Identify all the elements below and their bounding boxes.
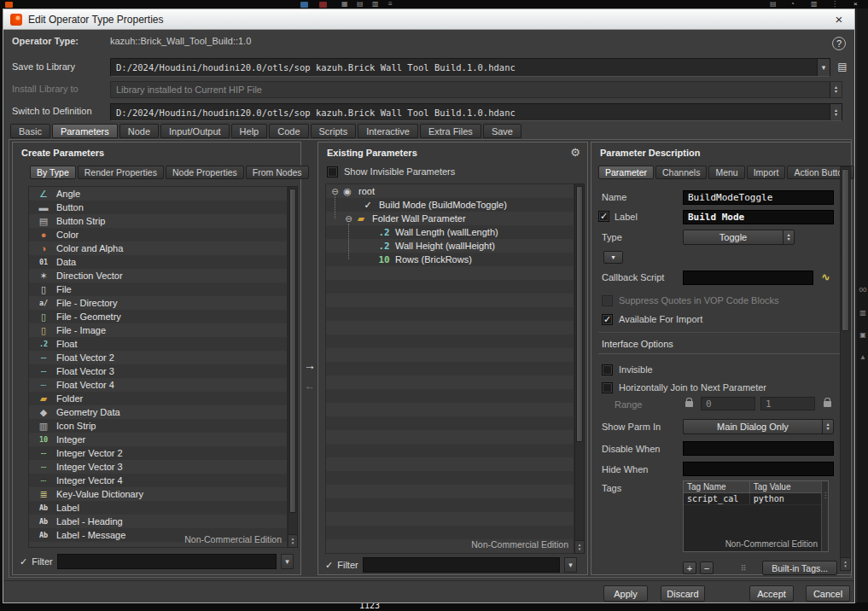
library-file-icon[interactable]: ▤ bbox=[836, 61, 849, 74]
parameter-type-item[interactable]: ◑ Color and Alpha bbox=[29, 241, 287, 255]
parameter-type-item[interactable]: ┄ Integer Vector 3 bbox=[29, 460, 287, 474]
tree-item[interactable]: ✓ Build Mode (BuildModeToggle) bbox=[326, 198, 574, 212]
parameter-type-item[interactable]: a/ File - Directory bbox=[29, 296, 287, 310]
scrollbar-arrows[interactable]: ▴▾ bbox=[575, 540, 584, 553]
tree-item[interactable]: ⊖ ◉ root bbox=[326, 184, 574, 198]
cancel-button[interactable]: Cancel bbox=[806, 585, 850, 602]
expander-icon[interactable]: ⊖ bbox=[329, 187, 341, 196]
tree-item[interactable]: .2 Wall Length (wallLength) bbox=[326, 225, 574, 239]
dialog-tab[interactable]: Input/Output bbox=[160, 124, 230, 138]
parameter-type-item[interactable]: ▰ Folder bbox=[29, 392, 287, 405]
parameter-description-subtab[interactable]: Import bbox=[747, 166, 786, 179]
dialog-tab[interactable]: Scripts bbox=[311, 124, 357, 138]
builtin-tags-button[interactable]: Built-in Tags... bbox=[762, 561, 837, 575]
parameter-type-item[interactable]: ┈ Integer Vector 4 bbox=[29, 474, 287, 487]
switch-to-definition-combo[interactable]: D:/2024/Houdini/houdini20.0/otls/sop_kaz… bbox=[110, 103, 842, 121]
dialog-tab[interactable]: Interactive bbox=[358, 124, 418, 138]
dialog-tab[interactable]: Node bbox=[119, 124, 159, 138]
close-button[interactable]: × bbox=[830, 12, 848, 26]
help-button[interactable]: ? bbox=[832, 37, 846, 50]
parameter-type-item[interactable]: ┄ Float Vector 3 bbox=[29, 364, 287, 378]
parameter-type-item[interactable]: ● Color bbox=[29, 228, 287, 241]
tags-scrollbar[interactable]: ⋮ bbox=[821, 481, 828, 551]
tree-item[interactable]: ⊖ ▰ Folder Wall Parameter bbox=[326, 212, 574, 225]
callback-script-field[interactable] bbox=[683, 271, 813, 285]
parameter-type-item[interactable]: ≣ Key-Value Dictionary bbox=[29, 487, 287, 501]
create-parameters-subtab[interactable]: Render Properties bbox=[78, 166, 164, 179]
parameter-type-item[interactable]: Ab Label - Heading bbox=[29, 515, 287, 528]
parameter-description-subtab[interactable]: Parameter bbox=[598, 166, 654, 179]
create-parameters-subtab[interactable]: By Type bbox=[30, 166, 76, 179]
available-for-import-checkbox[interactable]: ✓ bbox=[602, 314, 613, 325]
chevron-down-icon[interactable]: ▾ bbox=[817, 59, 830, 76]
filter-input[interactable] bbox=[57, 554, 277, 569]
dialog-tab[interactable]: Help bbox=[231, 124, 268, 138]
parameter-type-item[interactable]: 01 Data bbox=[29, 255, 287, 269]
dialog-tab[interactable]: Code bbox=[269, 124, 308, 138]
parameter-type-item[interactable]: ▯ File - Image bbox=[29, 323, 287, 337]
parameter-type-item[interactable]: ✶ Direction Vector bbox=[29, 269, 287, 282]
tree-item[interactable]: .2 Wall Height (wallHeight) bbox=[326, 239, 574, 253]
label-enable-checkbox[interactable]: ✓ bbox=[598, 211, 609, 222]
apply-button[interactable]: Apply bbox=[603, 585, 648, 602]
script-language-icon[interactable]: ∿ bbox=[821, 271, 830, 283]
scrollbar-arrows[interactable]: ▴▾ bbox=[841, 557, 850, 570]
dialog-tab[interactable]: Save bbox=[483, 124, 521, 138]
parameter-type-item[interactable]: ┈ Float Vector 4 bbox=[29, 378, 287, 392]
parameter-type-item[interactable]: ▤ Button Strip bbox=[29, 214, 287, 228]
move-to-create-arrow-button[interactable]: ← bbox=[303, 380, 317, 392]
save-to-library-combo[interactable]: D:/2024/Houdini/houdini20.0/otls/sop_kaz… bbox=[110, 58, 830, 77]
parameter-type-item[interactable]: ▥ Icon Strip bbox=[29, 419, 287, 433]
scrollbar-thumb[interactable] bbox=[842, 169, 849, 331]
parameter-type-item[interactable]: ╌ Integer Vector 2 bbox=[29, 446, 287, 460]
table-resize-grip-icon[interactable]: ⠿ bbox=[741, 564, 747, 573]
dialog-tab[interactable]: Extra Files bbox=[420, 124, 481, 138]
parameter-type-item[interactable]: ◆ Geometry Data bbox=[29, 405, 287, 419]
parameter-type-item[interactable]: ▯ File bbox=[29, 282, 287, 296]
create-parameters-subtab[interactable]: Node Properties bbox=[166, 166, 244, 179]
invisible-checkbox[interactable]: ✓ bbox=[602, 364, 613, 375]
horizontal-join-checkbox[interactable]: ✓ bbox=[602, 382, 613, 393]
disable-when-field[interactable] bbox=[683, 441, 834, 456]
parameter-type-item[interactable]: Ab Label bbox=[29, 501, 287, 515]
scrollbar-thumb[interactable] bbox=[289, 189, 296, 513]
dialog-tab[interactable]: Basic bbox=[10, 124, 50, 138]
accept-button[interactable]: Accept bbox=[749, 585, 794, 602]
create-parameters-subtab[interactable]: From Nodes bbox=[246, 166, 309, 179]
dialog-tab[interactable]: Parameters bbox=[52, 124, 118, 138]
label-field[interactable]: Build Mode bbox=[683, 210, 834, 224]
show-parm-in-dropdown[interactable]: Main Dialog Only ▴▾ bbox=[683, 419, 834, 434]
panel-scrollbar[interactable]: ▴▾ bbox=[840, 166, 851, 571]
add-tag-button[interactable]: + bbox=[683, 562, 696, 574]
parameter-type-item[interactable]: ▯ File - Geometry bbox=[29, 310, 287, 323]
parameter-type-item[interactable]: .2 Float bbox=[29, 337, 287, 351]
spinner-icon[interactable]: ▴▾ bbox=[783, 230, 794, 244]
filter-dropdown[interactable]: ▾ bbox=[564, 557, 577, 573]
parameter-description-subtab[interactable]: Channels bbox=[655, 166, 707, 179]
scrollbar[interactable]: ▴▾ bbox=[574, 183, 585, 554]
parameter-type-item[interactable]: 10 Integer bbox=[29, 433, 287, 446]
type-dropdown[interactable]: Toggle ▴▾ bbox=[683, 230, 795, 245]
expander-icon[interactable]: ⊖ bbox=[343, 214, 354, 224]
move-to-existing-arrow-button[interactable]: → bbox=[303, 358, 317, 372]
spinner-icon[interactable]: ▴▾ bbox=[830, 104, 842, 120]
filter-dropdown[interactable]: ▾ bbox=[281, 554, 294, 569]
show-invisible-checkbox[interactable]: ✓ bbox=[327, 166, 338, 177]
remove-tag-button[interactable]: − bbox=[700, 562, 714, 574]
type-scheme-dropdown[interactable]: ▾ bbox=[603, 251, 623, 264]
tags-table[interactable]: Tag Name Tag Value script_cal python ⋮ N… bbox=[683, 480, 829, 552]
parameter-description-subtab[interactable]: Menu bbox=[708, 166, 744, 179]
scrollbar[interactable]: ▴▾ bbox=[288, 186, 298, 548]
parameter-type-item[interactable]: ╌ Float Vector 2 bbox=[29, 351, 287, 364]
name-field[interactable]: BuildModeToggle bbox=[683, 190, 834, 205]
tag-row[interactable]: script_cal python bbox=[684, 493, 828, 505]
parameter-type-item[interactable]: ▬ Button bbox=[29, 201, 287, 214]
hide-when-field[interactable] bbox=[683, 462, 834, 476]
parameter-type-item[interactable]: ∠ Angle bbox=[29, 187, 287, 201]
gear-icon[interactable]: ⚙ bbox=[570, 146, 580, 159]
scrollbar-arrows[interactable]: ▴▾ bbox=[288, 534, 297, 547]
scrollbar-thumb[interactable] bbox=[576, 186, 583, 442]
discard-button[interactable]: Discard bbox=[661, 585, 705, 602]
dialog-titlebar[interactable]: Edit Operator Type Properties × bbox=[3, 9, 854, 30]
tree-item[interactable]: 10 Rows (BrickRows) bbox=[326, 253, 574, 266]
